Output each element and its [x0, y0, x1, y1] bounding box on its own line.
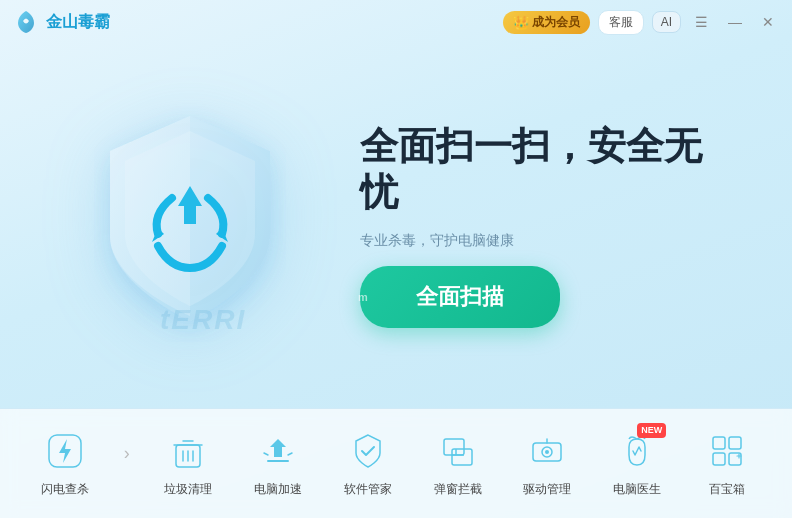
svg-rect-9: [713, 453, 725, 465]
tool-pc-doctor[interactable]: NEW 电脑医生: [602, 421, 672, 506]
tool-junk-clean[interactable]: 垃圾清理: [153, 421, 223, 506]
close-button[interactable]: ✕: [756, 10, 780, 34]
tool-toolbox[interactable]: 百宝箱: [692, 421, 762, 506]
service-button[interactable]: 客服: [598, 10, 644, 35]
vip-crown-icon: 👑: [513, 15, 529, 30]
svg-rect-8: [729, 437, 741, 449]
main-content: tERRI 全面扫一扫，安全无忧 专业杀毒，守护电脑健康 全面扫描: [0, 44, 792, 408]
separator-1: ›: [120, 443, 134, 464]
minimize-button[interactable]: —: [722, 10, 748, 34]
hero-subtitle: 专业杀毒，守护电脑健康: [360, 232, 732, 250]
flash-scan-label: 闪电查杀: [41, 481, 89, 498]
vip-label: 成为会员: [532, 14, 580, 31]
software-mgr-icon: [346, 429, 390, 473]
junk-clean-icon: [166, 429, 210, 473]
scan-button-label: 全面扫描: [416, 284, 504, 309]
logo-area: 金山毒霸: [12, 8, 110, 36]
tool-driver-mgr[interactable]: 驱动管理: [512, 421, 582, 506]
logo-text: 金山毒霸: [46, 12, 110, 33]
svg-rect-7: [713, 437, 725, 449]
full-scan-button[interactable]: 全面扫描: [360, 266, 560, 328]
title-bar: 金山毒霸 👑 成为会员 客服 AI ☰ — ✕: [0, 0, 792, 44]
driver-mgr-label: 驱动管理: [523, 481, 571, 498]
new-badge: NEW: [637, 423, 666, 438]
software-mgr-label: 软件管家: [344, 481, 392, 498]
pc-doctor-label: 电脑医生: [613, 481, 661, 498]
toolbox-icon: [705, 429, 749, 473]
tool-software-mgr[interactable]: 软件管家: [333, 421, 403, 506]
junk-clean-label: 垃圾清理: [164, 481, 212, 498]
logo-icon: [12, 8, 40, 36]
tool-pc-speed[interactable]: 电脑加速: [243, 421, 313, 506]
shield-area: tERRI: [60, 96, 320, 356]
tool-flash-scan[interactable]: 闪电查杀: [30, 421, 100, 506]
svg-rect-3: [452, 449, 472, 465]
shield-illustration: [80, 106, 300, 346]
toolbox-label: 百宝箱: [709, 481, 745, 498]
popup-block-icon: [436, 429, 480, 473]
right-content: 全面扫一扫，安全无忧 专业杀毒，守护电脑健康 全面扫描: [320, 124, 732, 327]
pc-speed-label: 电脑加速: [254, 481, 302, 498]
svg-rect-2: [444, 439, 464, 455]
menu-button[interactable]: ☰: [689, 10, 714, 34]
title-bar-controls: 👑 成为会员 客服 AI ☰ — ✕: [503, 10, 780, 35]
tool-popup-block[interactable]: 弹窗拦截: [423, 421, 493, 506]
pc-speed-icon: [256, 429, 300, 473]
ai-button[interactable]: AI: [652, 11, 681, 33]
driver-mgr-icon: [525, 429, 569, 473]
hero-title: 全面扫一扫，安全无忧: [360, 124, 732, 215]
vip-button[interactable]: 👑 成为会员: [503, 11, 590, 34]
popup-block-label: 弹窗拦截: [434, 481, 482, 498]
svg-point-6: [545, 450, 549, 454]
bottom-toolbar: 闪电查杀 › 垃圾清理 电脑加速: [0, 408, 792, 518]
flash-scan-icon: [43, 429, 87, 473]
